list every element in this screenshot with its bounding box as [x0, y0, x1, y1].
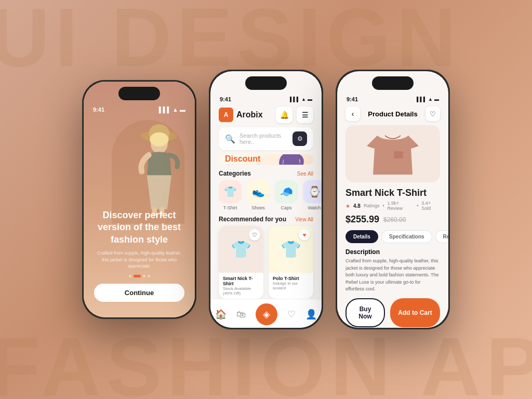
tab-details[interactable]: Details [345, 230, 378, 243]
cat-label-tshirt: T-Shirt [223, 205, 237, 210]
logo-icon: A [219, 108, 233, 122]
category-tshirt[interactable]: 👕 T-Shirt [219, 180, 242, 210]
svg-rect-12 [394, 151, 403, 158]
product-sub-1: Stock Available (40% Off) [223, 286, 259, 296]
ratings-label: Ratings [364, 203, 380, 208]
phones-container: 9:41 ▌▌▌ ▲ ▬ [82, 70, 450, 329]
description-text: Crafted from supple, high-quality leathe… [345, 258, 440, 293]
cat-icon-caps: 🧢 [275, 180, 298, 203]
tab-review[interactable]: Review [435, 230, 448, 243]
wifi-icon: ▲ [172, 107, 178, 113]
categories-header: Categories See All [210, 170, 322, 180]
wishlist-btn-2[interactable]: ♥ [299, 229, 310, 241]
product-card-2[interactable]: 👕 ♥ Polo T-Shirt Indulge in our sculent [269, 226, 313, 299]
nav-center[interactable]: ◈ [256, 303, 277, 325]
product-sub-2: Indulge in our sculent [273, 281, 309, 290]
banner-text: All Product 40% Discount Claim your vouc… [225, 154, 276, 165]
phone-2: 9:41 ▌▌▌ ▲ ▬ A Arobix 🔔 ☰ [209, 70, 323, 329]
signal-icon: ▌▌▌ [159, 107, 171, 113]
menu-button[interactable]: ☰ [297, 107, 313, 123]
nav-profile[interactable]: 👤 [305, 309, 317, 320]
add-to-cart-button[interactable]: Add to Cart [390, 298, 440, 327]
pagination-dots [94, 275, 184, 277]
recommended-row: 👕 ♡ Smart Nick T-Shirt Stock Available (… [210, 226, 322, 299]
product-image-area [345, 125, 440, 182]
notification-button[interactable]: 🔔 [276, 107, 292, 123]
nav-home[interactable]: 🏠 [215, 309, 227, 320]
time-3: 9:41 [347, 96, 358, 102]
star-icon: ★ [345, 203, 350, 209]
category-caps[interactable]: 🧢 Caps [275, 180, 298, 210]
cat-label-watch: Watch [308, 205, 321, 210]
banner-sub: Claim your voucher! [225, 164, 276, 165]
cat-label-shoes: Shoes [251, 205, 265, 210]
phone-3: 9:41 ▌▌▌ ▲ ▬ ‹ Product Details ♡ [336, 70, 450, 329]
tab-specifications[interactable]: Specifications [381, 230, 432, 243]
dot-sep-1: • [382, 203, 384, 208]
battery-icon-2: ▬ [308, 97, 312, 102]
product-tabs: Details Specifications Review [345, 230, 440, 243]
status-icons-3: ▌▌▌ ▲ ▬ [417, 97, 439, 102]
phone-3-inner: 9:41 ▌▌▌ ▲ ▬ ‹ Product Details ♡ [337, 71, 448, 328]
phone1-bottom-text: Discover perfect version of the best fas… [84, 209, 195, 302]
product-info-2: Polo T-Shirt Indulge in our sculent [269, 273, 313, 294]
dot-4 [148, 275, 150, 277]
page-title: Product Details [368, 110, 417, 118]
dot-2 [134, 275, 141, 277]
price-new: $255.99 [345, 214, 379, 225]
product-name-2: Polo T-Shirt [273, 276, 309, 281]
price-old: $260.00 [383, 216, 406, 223]
recommended-title: Recommended for you [219, 216, 286, 223]
dynamic-island-1 [118, 87, 160, 100]
battery-icon: ▬ [180, 107, 185, 113]
svg-point-3 [150, 132, 168, 147]
buy-now-button[interactable]: Buy Now [345, 298, 385, 327]
nav-shop[interactable]: 🛍 [236, 309, 246, 320]
dynamic-island-2 [245, 76, 287, 90]
nav-wishlist[interactable]: ♡ [287, 309, 296, 320]
back-button[interactable]: ‹ [345, 107, 360, 121]
wishlist-btn-1[interactable]: ♡ [249, 229, 260, 241]
product-detail-header: ‹ Product Details ♡ [337, 104, 448, 125]
dot-sep-2: • [417, 203, 418, 208]
banner-figure [276, 154, 307, 165]
sold-count: 3.4+ Sold [421, 201, 440, 211]
phone-2-inner: 9:41 ▌▌▌ ▲ ▬ A Arobix 🔔 ☰ [210, 71, 322, 328]
promo-banner: All Product 40% Discount Claim your vouc… [219, 154, 313, 165]
time-2: 9:41 [220, 96, 231, 102]
categories-title: Categories [219, 170, 251, 177]
description-title: Description [345, 248, 440, 256]
view-all-recommended[interactable]: View All [295, 217, 313, 222]
phone2-header: A Arobix 🔔 ☰ [210, 104, 322, 127]
product-image-1: 👕 ♡ [219, 226, 263, 273]
battery-icon-3: ▬ [434, 97, 439, 102]
wifi-icon-3: ▲ [428, 97, 433, 102]
price-row: $255.99 $260.00 [345, 214, 440, 225]
dot-3 [143, 275, 145, 277]
product-meta: ★ 4.8 Ratings • 1.5k+ Review • 3.4+ Sold [345, 201, 440, 211]
fashion-figure [122, 115, 190, 219]
category-shoes[interactable]: 👟 Shoes [247, 180, 270, 210]
rating-value: 4.8 [353, 203, 361, 209]
phone1-subtext: Crafted from supple, high-quality leathe… [94, 250, 184, 270]
logo-area: A Arobix [219, 108, 263, 122]
search-bar[interactable]: 🔍 Search products here.. ⚙ [219, 127, 313, 150]
recommended-header: Recommended for you View All [210, 216, 322, 226]
phone-1: 9:41 ▌▌▌ ▲ ▬ [82, 80, 196, 319]
wifi-icon-2: ▲ [301, 97, 306, 102]
phone-2-screen: 9:41 ▌▌▌ ▲ ▬ A Arobix 🔔 ☰ [210, 71, 322, 328]
logo-name: Arobix [236, 110, 263, 119]
category-watch[interactable]: ⌚ Watch [303, 180, 322, 210]
continue-button[interactable]: Continue [94, 284, 184, 302]
time-1: 9:41 [93, 107, 104, 113]
filter-button[interactable]: ⚙ [292, 131, 307, 146]
dynamic-island-3 [372, 76, 414, 90]
product-card-1[interactable]: 👕 ♡ Smart Nick T-Shirt Stock Available (… [219, 226, 263, 299]
search-placeholder: Search products here.. [240, 132, 288, 145]
see-all-categories[interactable]: See All [297, 171, 313, 177]
phone-3-screen: 9:41 ▌▌▌ ▲ ▬ ‹ Product Details ♡ [337, 71, 448, 328]
product-wishlist-button[interactable]: ♡ [425, 107, 440, 121]
cat-icon-watch: ⌚ [303, 180, 322, 203]
bottom-nav: 🏠 🛍 ◈ ♡ 👤 [210, 299, 322, 328]
cat-icon-shoes: 👟 [247, 180, 270, 203]
